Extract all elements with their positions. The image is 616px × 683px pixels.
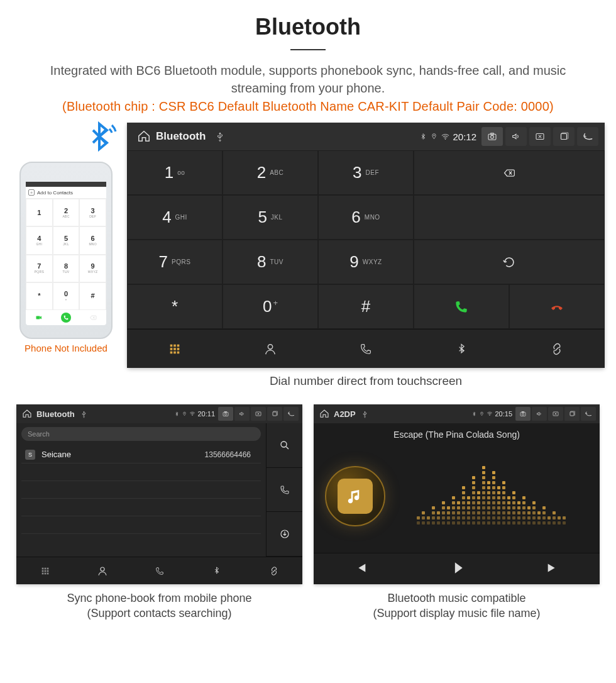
volume-button[interactable]	[234, 407, 250, 421]
wifi-icon	[189, 411, 195, 417]
key-redial[interactable]	[414, 240, 605, 284]
back-button[interactable]	[581, 407, 596, 421]
phone-key: 8TUV	[53, 255, 80, 282]
prev-button[interactable]	[354, 561, 368, 577]
call-button[interactable]	[266, 468, 302, 513]
key-5[interactable]: 5JKL	[223, 195, 318, 240]
volume-button[interactable]	[532, 407, 547, 421]
bluetooth-icon	[174, 411, 180, 417]
recents-button[interactable]	[553, 127, 575, 146]
screenshot-button[interactable]	[218, 407, 233, 421]
playpause-button[interactable]	[448, 560, 465, 579]
recents-button[interactable]	[267, 407, 282, 421]
call-button	[61, 313, 71, 323]
headunit-dialer: Bluetooth 20:12 1oo2ABC3DEF4GHI5JKL6MNO7…	[127, 123, 605, 368]
music-note-icon	[338, 479, 373, 514]
screenshot-button[interactable]	[481, 127, 503, 146]
tab-contacts[interactable]	[223, 329, 318, 368]
key-6[interactable]: 6MNO	[318, 195, 414, 240]
plus-icon: +	[28, 189, 35, 196]
key-hangup[interactable]	[509, 284, 605, 329]
phone-add-contacts: + Add to Contacts	[26, 187, 106, 199]
statusbar: Bluetooth 20:12	[127, 123, 605, 150]
list-item	[21, 481, 261, 499]
list-item	[21, 516, 261, 534]
close-button[interactable]	[251, 407, 266, 421]
clock: 20:15	[495, 410, 512, 418]
phonebook-caption: Sync phone-book from mobile phone (Suppo…	[16, 591, 302, 621]
key-call[interactable]	[414, 284, 509, 329]
key-8[interactable]: 8TUV	[223, 240, 318, 284]
page-title: Bluetooth	[0, 0, 616, 40]
tab-contacts[interactable]	[74, 557, 131, 584]
statusbar: Bluetooth 20:11	[16, 404, 302, 423]
phone-key: 5JKL	[53, 226, 80, 254]
tab-pair[interactable]	[245, 557, 302, 584]
home-icon[interactable]	[133, 130, 155, 143]
screenshot-button[interactable]	[515, 407, 531, 421]
contact-name: Seicane	[41, 450, 205, 459]
key-2[interactable]: 2ABC	[223, 150, 318, 195]
statusbar-title: Bluetooth	[156, 130, 206, 143]
contact-row[interactable]: S Seicane 13566664466	[21, 446, 261, 464]
back-button[interactable]	[283, 407, 299, 421]
tab-dialpad[interactable]	[16, 557, 74, 584]
svg-rect-19	[36, 316, 40, 319]
next-button[interactable]	[546, 561, 559, 577]
key-9[interactable]: 9WXYZ	[318, 240, 414, 284]
add-contacts-label: Add to Contacts	[37, 190, 73, 196]
phone-mockup: + Add to Contacts 12ABC3DEF4GHI5JKL6MNO7…	[19, 162, 113, 339]
phone-disclaimer: Phone Not Included	[16, 343, 116, 353]
wifi-icon	[487, 411, 493, 417]
phone-key: 7PQRS	[26, 255, 53, 282]
phone-key: 1	[26, 199, 53, 226]
page-description: Integrated with BC6 Bluetooth module, su…	[0, 62, 616, 99]
back-button[interactable]	[577, 127, 598, 146]
tab-bluetooth[interactable]	[414, 329, 509, 368]
close-button[interactable]	[529, 127, 551, 146]
bluetooth-icon	[419, 133, 427, 141]
bluetooth-icon	[471, 411, 477, 417]
key-empty	[414, 195, 605, 240]
phone-key: 6MNO	[79, 226, 106, 254]
key-1[interactable]: 1oo	[127, 150, 223, 195]
list-item	[21, 499, 261, 516]
recents-button[interactable]	[564, 407, 580, 421]
statusbar-title: Bluetooth	[36, 409, 75, 419]
tab-calllog[interactable]	[318, 329, 414, 368]
headunit-music: A2DP 20:15 Escape (The Pina Colada Song)	[314, 404, 600, 584]
track-title: Escape (The Pina Colada Song)	[314, 430, 600, 440]
clock: 20:11	[197, 410, 215, 418]
location-icon	[479, 411, 485, 417]
search-input[interactable]: Search	[21, 427, 261, 441]
tab-bluetooth[interactable]	[188, 557, 245, 584]
album-art	[325, 466, 385, 526]
tab-pair[interactable]	[509, 329, 605, 368]
volume-button[interactable]	[505, 127, 527, 146]
key-4[interactable]: 4GHI	[127, 195, 223, 240]
sync-button[interactable]	[266, 512, 302, 557]
contact-initial: S	[25, 450, 35, 460]
bluetooth-icon	[16, 123, 116, 162]
tab-calllog[interactable]	[131, 557, 188, 584]
home-icon[interactable]	[20, 409, 34, 419]
key-hash[interactable]: #	[318, 284, 414, 329]
home-icon[interactable]	[317, 409, 331, 419]
key-3[interactable]: 3DEF	[318, 150, 414, 195]
phone-key: *	[26, 282, 53, 310]
usb-icon	[77, 411, 91, 418]
phone-key: 3DEF	[79, 199, 106, 226]
backspace-icon	[88, 313, 98, 323]
tab-dialpad[interactable]	[127, 329, 223, 368]
search-button[interactable]	[266, 423, 302, 468]
phone-column: + Add to Contacts 12ABC3DEF4GHI5JKL6MNO7…	[16, 123, 116, 353]
statusbar-title: A2DP	[334, 409, 356, 419]
key-7[interactable]: 7PQRS	[127, 240, 223, 284]
location-icon	[182, 411, 187, 417]
key-star[interactable]: *	[127, 284, 223, 329]
headunit-phonebook: Bluetooth 20:11 Search	[16, 404, 302, 584]
close-button[interactable]	[548, 407, 563, 421]
key-0[interactable]: 0+	[223, 284, 318, 329]
key-backspace[interactable]	[414, 150, 605, 195]
phone-key: 4GHI	[26, 226, 53, 254]
